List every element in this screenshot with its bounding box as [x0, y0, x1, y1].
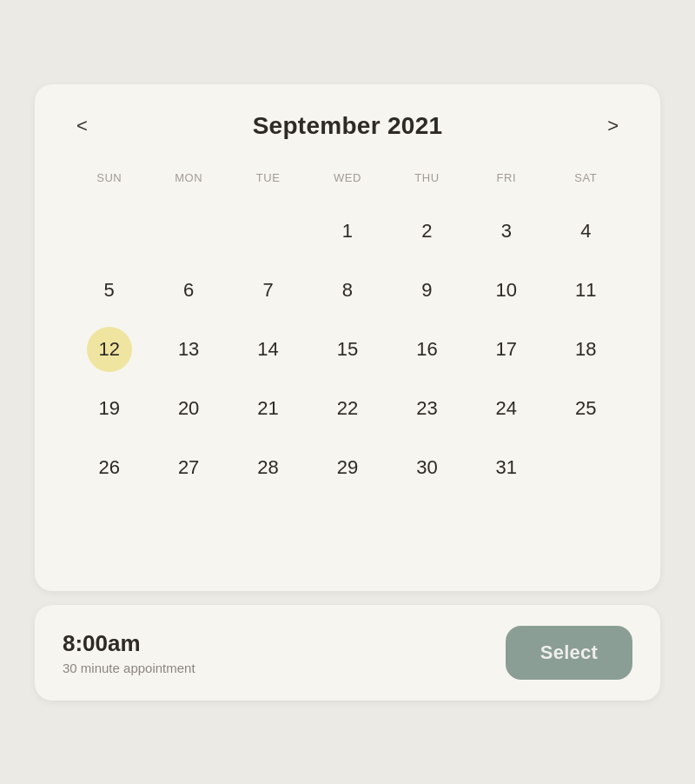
day-number: 30: [404, 445, 449, 490]
day-number: 14: [246, 327, 291, 372]
day-number: 22: [325, 386, 370, 431]
day-cell[interactable]: 24: [467, 379, 546, 438]
appointment-time: 8:00am: [63, 630, 195, 657]
day-number: 28: [246, 445, 291, 490]
day-number: 25: [563, 386, 608, 431]
day-number: 12: [87, 327, 132, 372]
day-cell[interactable]: 4: [546, 202, 626, 261]
day-cell[interactable]: 28: [228, 438, 308, 497]
day-number: 13: [166, 327, 211, 372]
appointment-card: 8:00am 30 minute appointment Select: [35, 605, 660, 701]
day-cell[interactable]: 1: [308, 202, 387, 261]
day-cell[interactable]: 18: [546, 320, 626, 379]
calendar-card: < September 2021 > SUNMONTUEWEDTHUFRISAT…: [35, 84, 660, 591]
calendar-grid: SUNMONTUEWEDTHUFRISAT1234567891011121314…: [70, 164, 626, 556]
day-cell[interactable]: 14: [228, 320, 308, 379]
empty-day-cell: [149, 202, 228, 261]
month-title: September 2021: [253, 112, 443, 140]
day-cell[interactable]: 13: [149, 320, 228, 379]
empty-day-cell: [70, 202, 149, 261]
day-number: 9: [404, 268, 449, 313]
day-number: 2: [404, 209, 449, 254]
day-number: 26: [87, 445, 132, 490]
day-cell[interactable]: 12: [70, 320, 149, 379]
day-header: MON: [149, 164, 228, 202]
day-header: WED: [308, 164, 387, 202]
day-header: SAT: [546, 164, 626, 202]
day-cell[interactable]: 22: [308, 379, 387, 438]
empty-day-cell: [546, 438, 626, 497]
next-month-button[interactable]: >: [600, 113, 626, 139]
day-number: 20: [166, 386, 211, 431]
day-number: 5: [87, 268, 132, 313]
day-cell[interactable]: 31: [467, 438, 546, 497]
day-number: 8: [325, 268, 370, 313]
day-cell[interactable]: 25: [546, 379, 626, 438]
day-cell[interactable]: 2: [387, 202, 467, 261]
day-number: 31: [484, 445, 529, 490]
day-cell[interactable]: 23: [387, 379, 467, 438]
empty-day-cell: [149, 497, 228, 556]
page-wrapper: < September 2021 > SUNMONTUEWEDTHUFRISAT…: [35, 84, 660, 701]
empty-day-cell: [228, 202, 308, 261]
day-cell[interactable]: 26: [70, 438, 149, 497]
calendar-header: < September 2021 >: [70, 112, 626, 140]
day-number: 17: [484, 327, 529, 372]
day-cell[interactable]: 29: [308, 438, 387, 497]
day-number: 18: [563, 327, 608, 372]
day-cell[interactable]: 17: [467, 320, 546, 379]
prev-month-button[interactable]: <: [70, 113, 95, 139]
day-number: 4: [563, 209, 608, 254]
day-number: 19: [87, 386, 132, 431]
day-number: 24: [484, 386, 529, 431]
day-number: 10: [484, 268, 529, 313]
day-header: SUN: [70, 164, 149, 202]
day-header: TUE: [228, 164, 308, 202]
day-number: 21: [246, 386, 291, 431]
day-cell[interactable]: 21: [228, 379, 308, 438]
day-cell[interactable]: 27: [149, 438, 228, 497]
appointment-duration: 30 minute appointment: [63, 661, 195, 675]
day-number: 29: [325, 445, 370, 490]
day-cell[interactable]: 7: [228, 261, 308, 320]
day-number: 27: [166, 445, 211, 490]
empty-day-cell: [228, 497, 308, 556]
day-number: 6: [166, 268, 211, 313]
day-number: 1: [325, 209, 370, 254]
day-cell[interactable]: 15: [308, 320, 387, 379]
select-button[interactable]: Select: [506, 626, 632, 680]
day-number: 7: [246, 268, 291, 313]
empty-day-cell: [70, 497, 149, 556]
day-cell[interactable]: 19: [70, 379, 149, 438]
day-cell[interactable]: 20: [149, 379, 228, 438]
day-number: 3: [484, 209, 529, 254]
day-cell[interactable]: 30: [387, 438, 467, 497]
day-cell[interactable]: 6: [149, 261, 228, 320]
day-header: FRI: [467, 164, 546, 202]
day-number: 11: [563, 268, 608, 313]
day-cell[interactable]: 10: [467, 261, 546, 320]
day-number: 16: [404, 327, 449, 372]
day-cell[interactable]: 11: [546, 261, 626, 320]
day-cell[interactable]: 16: [387, 320, 467, 379]
day-cell[interactable]: 5: [70, 261, 149, 320]
day-cell[interactable]: 9: [387, 261, 467, 320]
appointment-info: 8:00am 30 minute appointment: [63, 630, 195, 675]
day-header: THU: [387, 164, 467, 202]
day-number: 15: [325, 327, 370, 372]
day-cell[interactable]: 8: [308, 261, 387, 320]
day-number: 23: [404, 386, 449, 431]
day-cell[interactable]: 3: [467, 202, 546, 261]
